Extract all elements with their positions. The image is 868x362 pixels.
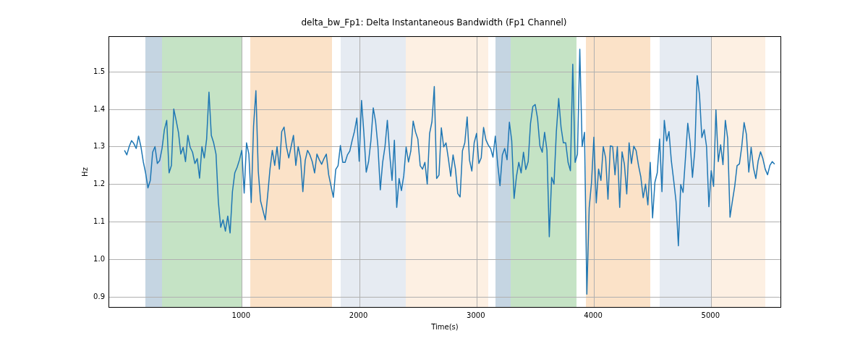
x-tick-label: 3000 [467,311,485,319]
y-axis-label: Hz [80,36,90,308]
plot-axes [109,36,781,308]
y-tick-label: 1.0 [93,255,105,263]
y-tick-label: 0.9 [93,292,105,300]
y-tick-label: 1.2 [93,180,105,188]
x-tick-label: 5000 [702,311,720,319]
x-tick-label: 4000 [584,311,602,319]
y-axis-label-text: Hz [81,167,89,177]
x-tick-label: 2000 [349,311,367,319]
y-tick-label: 1.5 [93,67,105,75]
y-tick-label: 1.3 [93,142,105,150]
y-tick-label: 1.1 [93,217,105,225]
series-line [124,49,775,294]
x-tick-label: 1000 [232,311,250,319]
figure: delta_bw_Fp1: Delta Instantaneous Bandwi… [0,0,868,362]
y-tick-label: 1.4 [93,104,105,112]
line-layer [109,37,780,307]
x-axis-label: Time(s) [109,323,781,331]
chart-title: delta_bw_Fp1: Delta Instantaneous Bandwi… [0,17,868,28]
